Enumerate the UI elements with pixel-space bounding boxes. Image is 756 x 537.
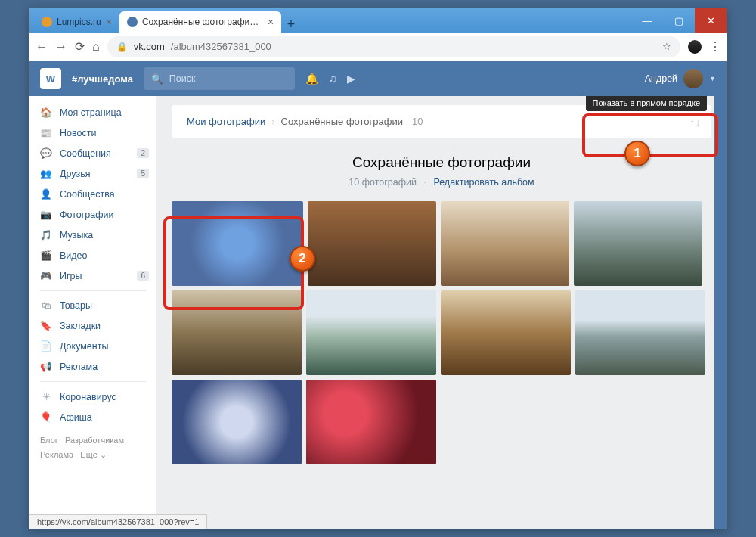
annotation-badge-1: 1 bbox=[624, 141, 650, 166]
player-icon[interactable]: ▶ bbox=[347, 73, 355, 85]
sidebar-item[interactable]: ✳Коронавирус bbox=[29, 386, 156, 407]
bookmark-icon[interactable]: ☆ bbox=[662, 41, 671, 52]
breadcrumb-root[interactable]: Мои фотографии bbox=[187, 116, 265, 127]
sidebar-icon: ✳ bbox=[40, 391, 52, 402]
sidebar-item[interactable]: 🔖Закладки bbox=[29, 315, 156, 336]
close-icon[interactable]: × bbox=[268, 17, 274, 27]
tab-lumpics[interactable]: Lumpics.ru × bbox=[34, 11, 119, 33]
user-menu[interactable]: Андрей ▼ bbox=[645, 69, 716, 88]
photo-thumbnail[interactable] bbox=[441, 201, 569, 286]
sidebar-icon: 📷 bbox=[40, 209, 52, 220]
tab-label: Lumpics.ru bbox=[57, 17, 101, 27]
sidebar-item[interactable]: 📰Новости bbox=[29, 123, 156, 143]
sidebar-item[interactable]: 🏠Моя страница bbox=[29, 102, 156, 123]
photo-thumbnail[interactable] bbox=[172, 201, 303, 286]
sidebar-item-label: Друзья bbox=[60, 169, 91, 179]
profile-avatar[interactable] bbox=[688, 40, 702, 54]
sidebar-item[interactable]: 👤Сообщества bbox=[29, 184, 156, 204]
reload-button[interactable]: ⟳ bbox=[75, 39, 85, 54]
favicon-vk bbox=[127, 17, 138, 27]
browser-menu-button[interactable]: ⋮ bbox=[709, 39, 720, 54]
footer-ads[interactable]: Реклама bbox=[40, 450, 73, 459]
sidebar-badge: 6 bbox=[137, 271, 149, 281]
vk-logo[interactable]: W bbox=[40, 68, 61, 89]
sidebar-item-label: Моя страница bbox=[60, 107, 122, 118]
search-placeholder: Поиск bbox=[169, 73, 196, 84]
sidebar-item-label: Фотографии bbox=[60, 210, 113, 220]
search-input[interactable]: 🔍 Поиск bbox=[144, 67, 295, 90]
breadcrumb-current: Сохранённые фотографии bbox=[281, 116, 403, 127]
new-tab-button[interactable]: + bbox=[281, 17, 301, 33]
sidebar-item-label: Реклама bbox=[60, 362, 98, 372]
sidebar-item[interactable]: 🎈Афиша bbox=[29, 407, 156, 427]
sidebar-item-label: Сообщения bbox=[60, 148, 111, 159]
sidebar-item-label: Афиша bbox=[60, 412, 92, 423]
photo-thumbnail[interactable] bbox=[575, 290, 705, 375]
home-button[interactable]: ⌂ bbox=[92, 40, 100, 54]
sidebar-icon: 🎮 bbox=[40, 270, 52, 281]
photo-thumbnail[interactable] bbox=[308, 201, 436, 286]
breadcrumb-count: 10 bbox=[412, 116, 423, 127]
sidebar-item[interactable]: 📄Документы bbox=[29, 336, 156, 356]
annotation-badge-2: 2 bbox=[290, 246, 315, 272]
back-button[interactable]: ← bbox=[36, 40, 48, 54]
status-bar: https://vk.com/album432567381_000?rev=1 bbox=[29, 514, 207, 529]
sidebar-item[interactable]: 👥Друзья5 bbox=[29, 163, 156, 184]
sidebar-icon: 💬 bbox=[40, 147, 52, 159]
notifications-icon[interactable]: 🔔 bbox=[305, 73, 318, 85]
sidebar-icon: 🏠 bbox=[40, 107, 52, 118]
search-icon: 🔍 bbox=[151, 73, 163, 85]
footer-more[interactable]: Ещё ⌄ bbox=[80, 450, 107, 459]
sidebar-icon: 🎈 bbox=[40, 411, 52, 423]
footer-dev[interactable]: Разработчикам bbox=[65, 436, 124, 445]
photo-thumbnail[interactable] bbox=[574, 201, 702, 286]
url-input[interactable]: 🔒 vk.com/album432567381_000 ☆ bbox=[107, 36, 680, 57]
lock-icon: 🔒 bbox=[116, 42, 128, 52]
sidebar-item[interactable]: 📢Реклама bbox=[29, 356, 156, 377]
sidebar-item-label: Закладки bbox=[60, 321, 101, 331]
avatar bbox=[683, 69, 703, 88]
sidebar-item-label: Сообщества bbox=[60, 189, 115, 200]
tab-vk-photos[interactable]: Сохранённые фотографии – 10 × bbox=[119, 11, 281, 33]
photo-thumbnail[interactable] bbox=[306, 380, 436, 464]
photo-thumbnail[interactable] bbox=[172, 380, 302, 464]
sidebar-item[interactable]: 💬Сообщения2 bbox=[29, 143, 156, 163]
scrollbar[interactable] bbox=[714, 61, 727, 529]
tab-label: Сохранённые фотографии – 10 bbox=[142, 17, 263, 27]
sidebar-icon: 📢 bbox=[40, 361, 52, 372]
favicon-lumpics bbox=[42, 17, 52, 27]
sidebar-item-label: Документы bbox=[60, 341, 108, 352]
sidebar-item-label: Коронавирус bbox=[60, 392, 116, 402]
sidebar-icon: 🛍 bbox=[40, 300, 52, 311]
sidebar-item[interactable]: 🎵Музыка bbox=[29, 225, 156, 245]
photo-thumbnail[interactable] bbox=[306, 290, 436, 375]
forward-button[interactable]: → bbox=[55, 40, 67, 54]
vk-hashtag[interactable]: #лучшедома bbox=[72, 73, 133, 85]
browser-window: Lumpics.ru × Сохранённые фотографии – 10… bbox=[29, 8, 727, 529]
maximize-button[interactable]: ▢ bbox=[663, 8, 695, 33]
sidebar-item[interactable]: 🎮Игры6 bbox=[29, 265, 156, 286]
photo-thumbnail[interactable] bbox=[441, 290, 571, 375]
sidebar-item[interactable]: 🎬Видео bbox=[29, 245, 156, 265]
sidebar: 🏠Моя страница📰Новости💬Сообщения2👥Друзья5… bbox=[29, 96, 156, 529]
address-bar: ← → ⟳ ⌂ 🔒 vk.com/album432567381_000 ☆ ⋮ bbox=[29, 33, 727, 61]
sidebar-icon: 👥 bbox=[40, 168, 52, 179]
music-icon[interactable]: ♫ bbox=[329, 73, 337, 85]
sort-toggle-button[interactable]: ↑↓ bbox=[689, 116, 701, 129]
sidebar-item[interactable]: 🛍Товары bbox=[29, 296, 156, 315]
footer-blog[interactable]: Блог bbox=[40, 436, 58, 445]
sidebar-icon: 📰 bbox=[40, 127, 52, 138]
url-host: vk.com bbox=[134, 41, 165, 52]
close-icon[interactable]: × bbox=[106, 17, 112, 27]
sidebar-badge: 5 bbox=[137, 169, 149, 178]
minimize-button[interactable]: — bbox=[631, 8, 663, 33]
sidebar-icon: 📄 bbox=[40, 340, 52, 352]
close-window-button[interactable]: ✕ bbox=[695, 8, 727, 33]
chevron-right-icon: › bbox=[271, 116, 274, 127]
user-name: Андрей bbox=[645, 73, 677, 84]
photo-thumbnail[interactable] bbox=[172, 290, 302, 375]
breadcrumb: Мои фотографии › Сохранённые фотографии … bbox=[172, 105, 711, 138]
sidebar-item[interactable]: 📷Фотографии bbox=[29, 204, 156, 225]
sidebar-footer: Блог Разработчикам Реклама Ещё ⌄ bbox=[29, 427, 156, 467]
edit-album-link[interactable]: Редактировать альбом bbox=[433, 177, 534, 188]
